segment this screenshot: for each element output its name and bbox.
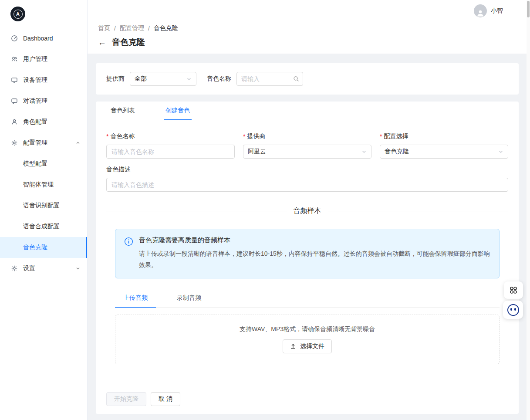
voice-name-field: * 音色名称 xyxy=(106,132,235,159)
sidebar-item-label: 音色克隆 xyxy=(23,244,47,251)
chevron-down-icon xyxy=(76,266,80,271)
sidebar-item-label: Dashboard xyxy=(23,35,53,42)
audio-source-tabs: 上传音频 录制音频 xyxy=(115,289,500,308)
required-asterisk: * xyxy=(243,133,245,140)
chevron-down-icon xyxy=(498,149,503,154)
create-voice-form-row: * 音色名称 * 提供商 阿里云 xyxy=(106,132,508,159)
breadcrumb: 首页 / 配置管理 / 音色克隆 xyxy=(98,24,520,32)
upload-hint: 支持WAV、MP3格式，请确保音频清晰无背景噪音 xyxy=(240,325,375,333)
main-tabs: 音色列表 创建音色 xyxy=(106,102,508,120)
audio-sample-alert: 音色克隆需要高质量的音频样本 请上传或录制一段清晰的语音样本，建议时长10-15… xyxy=(115,229,500,278)
voice-desc-label: 音色描述 xyxy=(106,166,131,173)
sidebar-item-label: 用户管理 xyxy=(23,55,47,63)
start-clone-button[interactable]: 开始克隆 xyxy=(106,392,146,406)
sidebar-item-tts-config[interactable]: 语音合成配置 xyxy=(0,216,87,237)
sidebar-item-settings[interactable]: 设置 xyxy=(0,258,87,279)
voice-desc-field: 音色描述 xyxy=(106,166,508,192)
tab-voice-list[interactable]: 音色列表 xyxy=(109,102,137,120)
sidebar-item-users[interactable]: 用户管理 xyxy=(0,49,87,70)
search-icon xyxy=(293,76,299,82)
sidebar-item-model-config[interactable]: 模型配置 xyxy=(0,153,87,174)
footer-links xyxy=(96,414,519,420)
voice-desc-input[interactable] xyxy=(106,178,508,192)
tab-record-audio[interactable]: 录制音频 xyxy=(169,289,209,308)
sidebar-item-label: 对话管理 xyxy=(23,97,47,105)
sidebar-item-config[interactable]: 配置管理 xyxy=(0,132,87,153)
config-select-field: * 配置选择 音色克隆 xyxy=(380,132,508,159)
dashboard-icon xyxy=(11,35,18,42)
sidebar-item-label: 语音识别配置 xyxy=(23,202,60,210)
audio-sample-title: 音频样本 xyxy=(287,207,328,216)
config-select-label: 配置选择 xyxy=(384,132,408,140)
provider-label: 提供商 xyxy=(247,132,265,140)
title-row: ← 音色克隆 xyxy=(98,37,520,48)
provider-value: 阿里云 xyxy=(248,148,266,156)
assistant-button[interactable] xyxy=(503,301,523,319)
grid-dots-icon xyxy=(509,285,518,295)
sidebar-item-label: 设备管理 xyxy=(23,76,47,84)
info-icon xyxy=(124,237,133,271)
breadcrumb-config[interactable]: 配置管理 xyxy=(120,24,144,32)
upload-icon xyxy=(290,343,296,349)
provider-select[interactable]: 阿里云 xyxy=(243,145,371,159)
topbar: 小智 xyxy=(88,0,530,22)
cancel-button[interactable]: 取 消 xyxy=(151,392,180,406)
sidebar-item-asr-config[interactable]: 语音识别配置 xyxy=(0,195,87,216)
alert-body: 请上传或录制一段清晰的语音样本，建议时长10-15秒，内容保持平稳自然。过长的音… xyxy=(139,248,490,271)
required-asterisk: * xyxy=(380,133,382,140)
filter-card: 提供商 全部 音色名称 xyxy=(96,63,519,95)
audio-sample-divider: 音频样本 xyxy=(106,207,508,216)
sidebar-item-label: 设置 xyxy=(23,264,35,272)
quick-panel-button[interactable] xyxy=(504,281,523,299)
tab-upload-audio[interactable]: 上传音频 xyxy=(115,289,156,308)
provider-filter-label: 提供商 xyxy=(106,75,125,83)
sidebar-item-label: 模型配置 xyxy=(23,160,47,168)
sidebar-submenu-config: 模型配置 智能体管理 语音识别配置 语音合成配置 音色克隆 xyxy=(0,153,87,258)
chevron-down-icon xyxy=(361,149,367,154)
chat-icon xyxy=(11,98,18,105)
voice-clone-card: 音色列表 创建音色 * 音色名称 * 提供商 xyxy=(96,102,519,414)
provider-field: * 提供商 阿里云 xyxy=(243,132,371,159)
role-icon xyxy=(11,119,18,125)
content: 提供商 全部 音色名称 音色列表 xyxy=(88,54,530,420)
sidebar-item-label: 智能体管理 xyxy=(23,181,54,189)
provider-filter-select[interactable]: 全部 xyxy=(130,72,196,86)
sidebar-item-roles[interactable]: 角色配置 xyxy=(0,112,87,132)
breadcrumb-separator: / xyxy=(148,25,150,32)
users-icon xyxy=(11,56,18,63)
user-avatar-icon xyxy=(474,4,487,17)
breadcrumb-current: 音色克隆 xyxy=(154,24,178,32)
config-select-value: 音色克隆 xyxy=(385,148,409,156)
username: 小智 xyxy=(491,7,503,15)
choose-file-button[interactable]: 选择文件 xyxy=(283,339,332,353)
sidebar-item-label: 配置管理 xyxy=(23,139,47,147)
scrollbar-thumb[interactable] xyxy=(527,1,530,17)
chevron-down-icon xyxy=(186,76,192,81)
voice-name-input[interactable] xyxy=(106,145,235,159)
voice-name-filter-label: 音色名称 xyxy=(207,75,231,83)
alert-title: 音色克隆需要高质量的音频样本 xyxy=(139,236,490,244)
sidebar-item-agent-management[interactable]: 智能体管理 xyxy=(0,174,87,195)
sidebar-item-conversations[interactable]: 对话管理 xyxy=(0,91,87,112)
scrollbar-track[interactable] xyxy=(527,0,530,420)
sidebar-item-label: 角色配置 xyxy=(23,118,47,126)
back-button[interactable]: ← xyxy=(98,38,106,47)
page-header: 首页 / 配置管理 / 音色克隆 ← 音色克隆 xyxy=(88,22,530,54)
breadcrumb-home[interactable]: 首页 xyxy=(98,24,110,32)
config-select[interactable]: 音色克隆 xyxy=(380,145,508,159)
config-gear-icon xyxy=(11,139,18,146)
breadcrumb-separator: / xyxy=(114,25,116,32)
voice-name-search xyxy=(236,72,303,86)
settings-gear-icon xyxy=(11,265,18,272)
upload-dropzone[interactable]: 支持WAV、MP3格式，请确保音频清晰无背景噪音 选择文件 xyxy=(115,315,500,364)
choose-file-label: 选择文件 xyxy=(300,342,324,350)
required-asterisk: * xyxy=(106,133,108,140)
logo-icon: A xyxy=(10,7,25,21)
tab-create-voice[interactable]: 创建音色 xyxy=(164,102,192,120)
sidebar-item-voice-clone[interactable]: 音色克隆 xyxy=(0,237,87,258)
chevron-up-icon xyxy=(76,141,80,145)
sidebar-item-dashboard[interactable]: Dashboard xyxy=(0,28,87,49)
user-menu[interactable]: 小智 xyxy=(474,4,503,17)
app-root: A Dashboard 用户管理 设备管理 xyxy=(0,0,530,420)
sidebar-item-devices[interactable]: 设备管理 xyxy=(0,70,87,91)
